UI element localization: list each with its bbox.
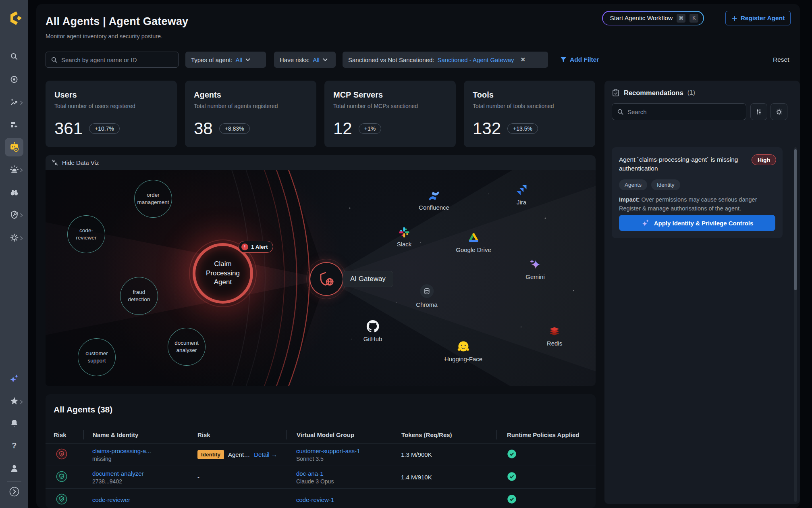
agent-search-field[interactable] xyxy=(46,52,179,68)
agent-name-link[interactable]: document-analyzer xyxy=(92,470,187,477)
col-tokens: Tokens (Req/Res) xyxy=(391,430,496,439)
recommendation-card[interactable]: Agent `claims-processing-agent` is missi… xyxy=(612,147,783,238)
tool-node-confluence[interactable]: Confluence xyxy=(419,191,449,211)
risk-ok-shield-icon xyxy=(56,471,67,482)
agent-node[interactable]: customer support xyxy=(78,338,116,376)
tool-label: Hugging-Face xyxy=(444,356,482,362)
redis-icon xyxy=(548,326,561,337)
tokens-cell: 1.3 M/900K xyxy=(391,451,496,458)
vmg-link[interactable]: customer-support-ass-1 xyxy=(296,448,391,454)
stat-value: 132 xyxy=(473,119,501,138)
sidebar-item-favorites[interactable] xyxy=(0,396,28,406)
table-row[interactable]: code-reviewer code-review-1 xyxy=(46,489,596,508)
app-logo[interactable] xyxy=(0,10,28,26)
col-risk-icon: Risk xyxy=(54,430,83,439)
register-agent-button[interactable]: Register Agent xyxy=(725,11,791,25)
filter-value: All xyxy=(236,56,243,63)
risk-ok-shield-icon xyxy=(56,493,67,505)
runtime-policy-cell xyxy=(496,471,596,483)
reset-filters-button[interactable]: Reset xyxy=(773,52,789,68)
check-circle-icon xyxy=(507,449,517,459)
sidebar-item-settings[interactable] xyxy=(0,233,28,242)
tag-agents: Agents xyxy=(619,179,647,190)
stat-card-tools: Tools Total number of tools sanctioned 1… xyxy=(464,81,595,147)
filter-have-risks[interactable]: Have risks: All xyxy=(274,52,336,68)
scrollbar-track[interactable] xyxy=(794,147,797,502)
stat-subtitle: Total number of MCPs sanctioned xyxy=(333,103,447,109)
recommendations-search-input[interactable] xyxy=(627,108,741,115)
tool-node-github[interactable]: GitHub xyxy=(363,320,382,342)
filter-sanctioned[interactable]: Sanctioned vs Not Sancationed: Sanctione… xyxy=(343,52,548,68)
sidebar-item-search[interactable] xyxy=(0,52,28,61)
table-row[interactable]: document-analyzer 2738...9402 - doc-ana-… xyxy=(46,466,596,489)
tool-label: Jira xyxy=(516,199,527,206)
agent-name-link[interactable]: claims-processing-a... xyxy=(92,448,187,454)
vmg-link[interactable]: code-review-1 xyxy=(296,496,391,503)
tool-node-google-drive[interactable]: Google Drive xyxy=(456,232,491,253)
model-name: Sonnet 3.5 xyxy=(296,456,391,462)
recommendations-settings-button[interactable] xyxy=(770,103,787,120)
search-icon xyxy=(617,108,624,115)
recommendations-panel: Recommendations (1) xyxy=(604,81,800,504)
start-agentic-workflow-button[interactable]: Start Agentic Workflow ⌘ K xyxy=(602,11,704,25)
sidebar-expand-button[interactable] xyxy=(0,486,28,497)
scrollbar-thumb[interactable] xyxy=(794,149,797,290)
agent-node[interactable]: fraud detection xyxy=(120,277,158,315)
apply-identity-controls-button[interactable]: Apply Identity & Privilege Controls xyxy=(619,215,775,231)
tool-node-jira[interactable]: Jira xyxy=(516,185,527,206)
shield-globe-icon xyxy=(319,271,334,287)
user-icon xyxy=(10,464,19,473)
detail-link[interactable]: Detail → xyxy=(254,451,277,458)
tool-node-chroma[interactable]: Chroma xyxy=(416,284,437,308)
agent-node[interactable]: code-reviewer xyxy=(67,215,105,253)
sidebar-item-discover[interactable] xyxy=(0,75,28,84)
expand-icon xyxy=(9,486,20,497)
recommendations-filter-button[interactable] xyxy=(750,103,767,120)
table-title: All Agents (38) xyxy=(54,405,112,414)
agent-node-label: document analyser xyxy=(172,339,201,354)
sidebar-item-insights[interactable] xyxy=(0,98,28,106)
confluence-icon xyxy=(428,191,440,201)
target-icon xyxy=(10,75,19,84)
chevron-right-icon xyxy=(20,100,23,104)
ai-gateway-node[interactable] xyxy=(309,262,343,296)
apply-button-label: Apply Identity & Privilege Controls xyxy=(654,220,754,227)
close-icon[interactable]: ✕ xyxy=(521,56,526,63)
tool-node-slack[interactable]: Slack xyxy=(397,227,412,248)
filter-label: Sanctioned vs Not Sancationed: xyxy=(348,56,434,63)
hide-data-viz-toggle[interactable]: Hide Data Viz xyxy=(46,155,596,170)
add-filter-button[interactable]: Add Filter xyxy=(560,52,599,68)
hide-data-viz-label: Hide Data Viz xyxy=(62,159,99,166)
tool-label: Chroma xyxy=(416,301,437,308)
stat-value: 38 xyxy=(194,119,213,138)
sidebar-item-alerts[interactable] xyxy=(0,165,28,174)
filter-types-of-agent[interactable]: Types of agent: All xyxy=(185,52,266,68)
sidebar: ? xyxy=(0,0,28,508)
sidebar-item-security-tools[interactable] xyxy=(0,210,28,219)
sidebar-item-hunt[interactable] xyxy=(0,188,28,197)
sidebar-item-catalog[interactable] xyxy=(0,120,28,129)
tool-label: Google Drive xyxy=(456,246,491,253)
siren-icon xyxy=(10,165,19,174)
sidebar-item-notifications[interactable] xyxy=(0,418,28,428)
table-row[interactable]: claims-processing-a... missing Identity … xyxy=(46,443,596,466)
agent-node[interactable]: order management xyxy=(134,180,172,218)
recommendations-search-field[interactable] xyxy=(612,103,746,120)
sidebar-item-help[interactable]: ? xyxy=(0,441,28,450)
register-agent-label: Register Agent xyxy=(741,15,785,22)
kbd-cmd: ⌘ xyxy=(677,14,685,23)
sidebar-item-profile[interactable] xyxy=(0,464,28,473)
agent-node[interactable]: document analyser xyxy=(168,328,206,366)
risk-status-cell xyxy=(54,471,83,484)
vmg-link[interactable]: doc-ana-1 xyxy=(296,470,391,477)
alert-badge[interactable]: ! 1 Alert xyxy=(239,241,273,253)
agent-name-link[interactable]: code-reviewer xyxy=(92,496,187,503)
sidebar-item-ai-assistant[interactable] xyxy=(0,373,28,384)
sliders-icon xyxy=(755,108,762,115)
tool-node-gemini[interactable]: Gemini xyxy=(525,258,545,280)
tool-node-hugging-face[interactable]: Hugging-Face xyxy=(444,341,482,362)
sidebar-item-agents-active[interactable] xyxy=(5,138,23,156)
search-input[interactable] xyxy=(61,56,173,63)
kbd-k: K xyxy=(689,14,698,23)
tool-node-redis[interactable]: Redis xyxy=(547,326,562,347)
